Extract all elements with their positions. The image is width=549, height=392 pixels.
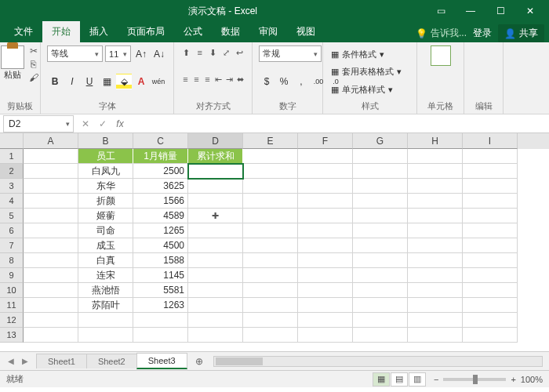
cell[interactable] (243, 149, 298, 164)
insert-function-button[interactable]: fx (111, 115, 129, 132)
cell[interactable] (24, 164, 78, 179)
cell[interactable] (133, 313, 188, 328)
horizontal-scrollbar[interactable] (213, 356, 543, 367)
cell[interactable] (408, 194, 463, 209)
wrap-text-button[interactable]: ↩ (233, 45, 245, 60)
cell[interactable] (24, 313, 78, 328)
cell[interactable] (353, 298, 408, 313)
cell[interactable] (243, 209, 298, 223)
row-header[interactable]: 11 (0, 298, 24, 313)
ribbon-options-button[interactable]: ▭ (427, 2, 455, 20)
maximize-button[interactable]: ☐ (486, 2, 514, 20)
row-header[interactable]: 2 (0, 164, 24, 179)
cell[interactable] (188, 298, 243, 313)
accounting-format-button[interactable]: $ (259, 74, 274, 89)
cell[interactable] (24, 328, 78, 343)
column-header-i[interactable]: I (463, 133, 518, 149)
tab-page-layout[interactable]: 页面布局 (118, 21, 174, 42)
row-header[interactable]: 12 (0, 313, 24, 328)
cell[interactable] (298, 313, 353, 328)
underline-button[interactable]: U (82, 74, 97, 89)
cell[interactable] (463, 223, 518, 238)
column-header-g[interactable]: G (353, 133, 408, 149)
cell[interactable] (188, 238, 243, 253)
cell[interactable] (353, 328, 408, 343)
grid-body[interactable]: 1员工1月销量累计求和2白凤九25003东华36254折颜15665姬蘅4589… (0, 149, 549, 351)
cell[interactable] (188, 253, 243, 268)
cell[interactable] (353, 313, 408, 328)
cell[interactable] (408, 313, 463, 328)
cell[interactable] (243, 238, 298, 253)
cell[interactable] (353, 223, 408, 238)
column-header-f[interactable]: F (298, 133, 353, 149)
formula-input[interactable] (129, 115, 549, 132)
cell[interactable] (408, 209, 463, 223)
row-header[interactable]: 3 (0, 179, 24, 194)
cell[interactable]: 姬蘅 (78, 209, 133, 223)
cell[interactable] (243, 179, 298, 194)
row-header[interactable]: 13 (0, 328, 24, 343)
cell[interactable] (243, 313, 298, 328)
cell[interactable] (243, 298, 298, 313)
cell[interactable] (243, 268, 298, 283)
cell[interactable] (24, 223, 78, 238)
cell[interactable] (463, 209, 518, 223)
cell[interactable] (298, 223, 353, 238)
cell[interactable]: 1588 (133, 253, 188, 268)
sign-in-link[interactable]: 登录 (473, 27, 492, 40)
cell[interactable] (408, 223, 463, 238)
align-middle-button[interactable]: ≡ (194, 45, 206, 60)
conditional-format-button[interactable]: ▦条件格式▾ (329, 45, 410, 63)
cell[interactable] (353, 149, 408, 164)
cell[interactable] (463, 194, 518, 209)
cell[interactable] (353, 209, 408, 223)
cell[interactable]: 白凤九 (78, 164, 133, 179)
cell[interactable]: 折颜 (78, 194, 133, 209)
enter-formula-button[interactable]: ✓ (94, 115, 111, 132)
column-header-b[interactable]: B (78, 133, 133, 149)
cell[interactable] (188, 179, 243, 194)
cell[interactable]: 员工 (78, 149, 133, 164)
font-color-button[interactable]: A (133, 74, 149, 89)
cells-icon[interactable] (431, 45, 451, 66)
format-painter-button[interactable]: 🖌 (27, 72, 40, 83)
tab-formulas[interactable]: 公式 (174, 21, 212, 42)
cell[interactable] (463, 253, 518, 268)
cell[interactable] (24, 253, 78, 268)
view-page-layout-button[interactable]: ▤ (391, 372, 408, 387)
cell[interactable] (353, 283, 408, 298)
column-header-h[interactable]: H (408, 133, 463, 149)
cell[interactable] (463, 238, 518, 253)
italic-button[interactable]: I (64, 74, 80, 89)
tab-insert[interactable]: 插入 (80, 21, 118, 42)
view-page-break-button[interactable]: ▥ (409, 372, 426, 387)
cell[interactable] (243, 283, 298, 298)
row-header[interactable]: 8 (0, 253, 24, 268)
cell[interactable] (133, 328, 188, 343)
cell[interactable] (243, 223, 298, 238)
cell[interactable] (353, 238, 408, 253)
merge-button[interactable]: ⬌ (235, 72, 245, 86)
sheet-nav-next[interactable]: ▶ (19, 355, 31, 368)
row-header[interactable]: 1 (0, 149, 24, 164)
cell[interactable] (408, 253, 463, 268)
sheet-tab-3[interactable]: Sheet3 (136, 353, 187, 369)
cell[interactable]: 1566 (133, 194, 188, 209)
minimize-button[interactable]: — (456, 2, 485, 20)
cell[interactable]: 3625 (133, 179, 188, 194)
cell[interactable] (298, 149, 353, 164)
bold-button[interactable]: B (47, 74, 63, 89)
cell[interactable]: 4500 (133, 238, 188, 253)
cell[interactable] (24, 268, 78, 283)
zoom-level[interactable]: 100% (521, 375, 543, 384)
share-button[interactable]: 👤共享 (498, 24, 544, 42)
cell[interactable] (243, 164, 298, 179)
increase-font-button[interactable]: A↑ (133, 46, 149, 62)
cell[interactable] (463, 313, 518, 328)
cell[interactable] (463, 164, 518, 179)
cut-button[interactable]: ✂ (27, 45, 40, 56)
cell[interactable] (408, 149, 463, 164)
sheet-tab-1[interactable]: Sheet1 (36, 354, 87, 368)
zoom-out-button[interactable]: − (434, 375, 438, 384)
cell[interactable] (408, 238, 463, 253)
